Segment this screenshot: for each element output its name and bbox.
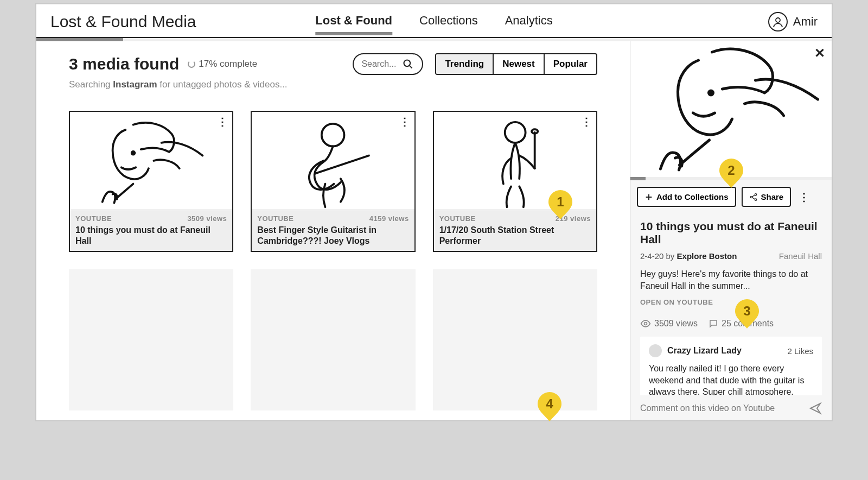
card-more-icon[interactable]: ⋮ [581, 115, 592, 128]
comment-card: Crazy Lizard Lady 2 Likes You really nai… [640, 337, 822, 395]
search-input[interactable] [361, 59, 399, 69]
detail-panel: ✕ [630, 41, 832, 420]
detail-byline: 2-4-20 by Explore Boston [640, 251, 737, 261]
svg-point-1 [404, 60, 411, 67]
progress-fill [36, 38, 123, 41]
detail-description: Hey guys! Here's my favorite things to d… [640, 268, 822, 292]
user-menu[interactable]: Amir [768, 12, 818, 31]
svg-point-5 [322, 124, 344, 147]
media-placeholder [433, 269, 597, 410]
svg-point-3 [132, 151, 135, 155]
sketch-guitarist [252, 112, 414, 210]
nav-tabs: Lost & Found Collections Analytics [315, 14, 552, 30]
svg-point-7 [505, 122, 525, 143]
svg-point-19 [644, 323, 647, 325]
media-thumb: ⋮ [252, 112, 414, 210]
comment-input-row [630, 395, 832, 420]
sketch-singer [70, 112, 232, 210]
media-source: YOUTUBE [257, 214, 293, 223]
media-card[interactable]: ⋮ [69, 111, 233, 252]
tab-analytics[interactable]: Analytics [505, 14, 553, 30]
svg-line-4 [115, 184, 133, 199]
tab-lost-found[interactable]: Lost & Found [315, 14, 392, 35]
media-source: YOUTUBE [439, 214, 476, 223]
detail-title: 10 things you must do at Faneuil Hall [640, 220, 822, 246]
media-title: 10 things you must do at Faneuil Hall [75, 225, 227, 247]
user-name: Amir [793, 15, 818, 29]
comment-input[interactable] [640, 403, 803, 413]
detail-location: Faneuil Hall [779, 251, 822, 261]
filter-newest[interactable]: Newest [494, 54, 545, 74]
comment-user: Crazy Lizard Lady [649, 344, 742, 357]
comment-text: You really nailed it! I go there every w… [649, 363, 813, 395]
progress-label: 17% complete [188, 59, 257, 70]
app-logo: Lost & Found Media [50, 12, 196, 31]
media-title: 1/17/20 South Station Street Performer [439, 225, 591, 247]
spinner-icon [188, 60, 195, 68]
main-area: 3 media found 17% complete Trending Newe… [36, 41, 630, 420]
views-stat: 3509 views [640, 318, 698, 329]
svg-point-0 [776, 18, 780, 22]
card-more-icon[interactable]: ⋮ [217, 115, 228, 128]
media-title: Best Finger Style Guitarist in Cambridge… [257, 225, 409, 247]
comment-icon [709, 319, 718, 329]
media-views: 3509 views [187, 214, 227, 223]
media-source: YOUTUBE [75, 214, 112, 223]
plus-icon [644, 193, 653, 201]
page-title: 3 media found [69, 55, 179, 73]
close-icon[interactable]: ✕ [814, 46, 825, 61]
svg-line-6 [315, 156, 369, 174]
media-views: 4159 views [369, 214, 409, 223]
svg-line-18 [752, 197, 755, 199]
detail-hero [630, 41, 832, 177]
comment-avatar [649, 344, 662, 357]
open-external-link[interactable]: OPEN ON YOUTUBE [640, 298, 822, 306]
comments-stat: 25 comments [709, 319, 774, 329]
media-card[interactable]: ⋮ [433, 111, 597, 252]
search-status: Searching Instagram for untagged photos … [69, 79, 597, 90]
share-icon [749, 193, 758, 201]
filter-trending[interactable]: Trending [436, 54, 494, 74]
tab-collections[interactable]: Collections [419, 14, 478, 30]
share-button[interactable]: Share [742, 187, 792, 207]
svg-line-2 [410, 66, 412, 68]
media-thumb: ⋮ [70, 112, 232, 210]
more-icon[interactable]: ⋮ [796, 191, 812, 204]
search-icon [403, 59, 413, 70]
avatar-icon [768, 12, 788, 31]
send-icon[interactable] [809, 402, 822, 415]
filter-popular[interactable]: Popular [545, 54, 596, 74]
media-thumb: ⋮ [434, 112, 596, 210]
svg-point-10 [709, 91, 713, 95]
media-grid: ⋮ [69, 111, 597, 410]
eye-icon [640, 318, 651, 329]
media-card[interactable]: ⋮ YOUTUBE [251, 111, 415, 252]
add-to-collections-button[interactable]: Add to Collections [637, 187, 736, 207]
sketch-singer-large [630, 41, 832, 177]
filter-group: Trending Newest Popular [435, 53, 597, 75]
comment-likes: 2 Likes [787, 346, 813, 356]
card-more-icon[interactable]: ⋮ [399, 115, 410, 128]
header: Lost & Found Media Lost & Found Collecti… [36, 4, 832, 38]
media-placeholder [251, 269, 415, 410]
svg-line-11 [680, 140, 710, 165]
sketch-performer [434, 112, 596, 210]
svg-line-17 [752, 195, 755, 197]
media-views: 219 views [556, 214, 591, 223]
search-field[interactable] [353, 53, 423, 75]
media-placeholder [69, 269, 233, 410]
